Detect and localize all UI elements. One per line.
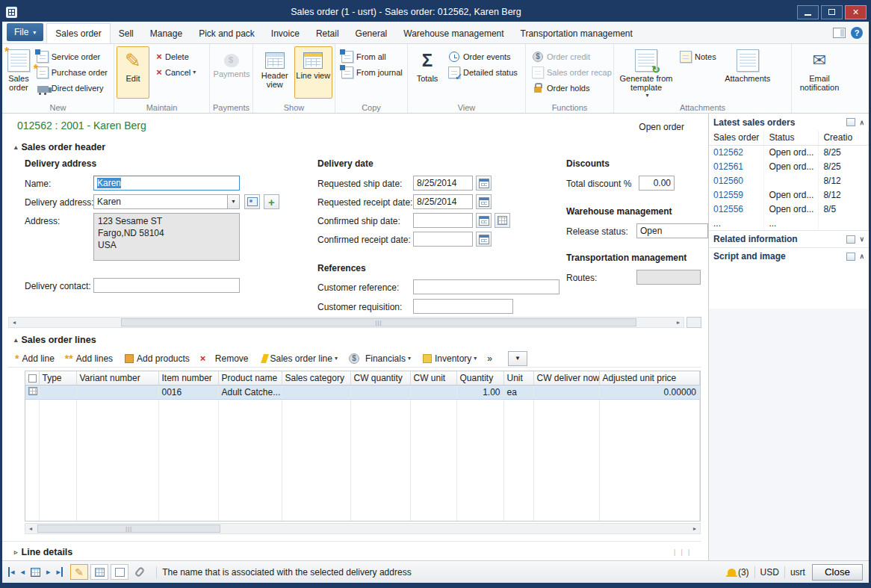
attachments-button[interactable]: Attachments xyxy=(720,46,775,99)
table-row[interactable]: 012556 Open ord... 8/5 xyxy=(709,202,869,216)
grid-cell[interactable] xyxy=(39,385,76,399)
confirm-dates-button[interactable] xyxy=(495,213,510,228)
column-header-type[interactable]: Type xyxy=(39,371,76,385)
confirmed-receipt-date-calendar-button[interactable] xyxy=(476,232,492,247)
tab-sales-order[interactable]: Sales order xyxy=(46,23,110,43)
grid-cell[interactable]: Adult Catche... xyxy=(218,385,282,399)
grid-horizontal-scrollbar[interactable]: ◂ ||| ▸ xyxy=(25,523,701,534)
financials-menu-button[interactable]: $Financials▾ xyxy=(343,350,416,367)
header-view-button[interactable]: Header view xyxy=(255,46,294,99)
email-notification-button[interactable]: ✉ Email notification xyxy=(794,46,845,99)
scroll-left-arrow[interactable]: ◂ xyxy=(9,319,19,326)
grid-cell[interactable] xyxy=(533,399,599,521)
edit-mode-toggle[interactable]: ✎ xyxy=(70,564,88,580)
detailed-status-button[interactable]: Detailed status xyxy=(444,64,521,80)
layout-icon[interactable] xyxy=(833,28,846,38)
grid-cell[interactable]: 1.00 xyxy=(456,385,503,399)
add-address-button[interactable]: + xyxy=(264,194,279,209)
header-horizontal-scrollbar[interactable]: ◂ ||| ▸ xyxy=(8,317,684,328)
scrollbar-thumb[interactable]: ||| xyxy=(121,318,636,327)
latest-sales-orders-header[interactable]: Latest sales orders ∧ xyxy=(709,114,869,131)
column-header-adjusted-unit-price[interactable]: Adjusted unit price xyxy=(599,371,700,385)
cancel-button[interactable]: ×Cancel▾ xyxy=(149,64,199,80)
release-status-input[interactable]: Open xyxy=(636,223,708,238)
sales-order-button[interactable]: Sales order xyxy=(4,46,33,99)
name-input[interactable]: Karen xyxy=(93,176,240,191)
service-order-button[interactable]: Service order xyxy=(33,49,111,64)
table-row[interactable]: 0016 Adult Catche... 1.00 ea 0.00000 xyxy=(25,385,700,399)
requested-receipt-date-input[interactable]: 8/25/2014 xyxy=(413,194,473,209)
total-discount-input[interactable]: 0.00 xyxy=(639,176,675,191)
toolbar-overflow-button[interactable]: » xyxy=(482,350,498,367)
order-holds-button[interactable]: Order holds xyxy=(528,80,616,96)
sales-order-line-menu-button[interactable]: Sales order line▾ xyxy=(254,350,343,367)
grid-cell[interactable] xyxy=(410,385,456,399)
sales-order-header-section-toggle[interactable]: ▴ Sales order header xyxy=(14,142,105,152)
tab-warehouse-management[interactable]: Warehouse management xyxy=(395,23,512,43)
confirmed-ship-date-input[interactable] xyxy=(413,213,473,228)
sales-order-link[interactable]: 012562 xyxy=(709,145,764,159)
scroll-right-arrow[interactable]: ▸ xyxy=(689,525,700,532)
from-journal-button[interactable]: From journal xyxy=(338,64,406,80)
grid-cell[interactable] xyxy=(282,385,350,399)
customer-reference-input[interactable] xyxy=(413,279,560,294)
scroll-left-arrow[interactable]: ◂ xyxy=(25,525,36,532)
script-and-image-header[interactable]: Script and image ∧ xyxy=(709,247,869,264)
requested-ship-date-calendar-button[interactable] xyxy=(476,176,492,191)
scrollbar-thumb[interactable]: ||| xyxy=(37,524,220,533)
grid-cell[interactable] xyxy=(76,399,158,521)
tab-manage[interactable]: Manage xyxy=(142,23,190,43)
add-line-button[interactable]: *Add line xyxy=(10,350,60,367)
add-lines-button[interactable]: **Add lines xyxy=(60,350,118,367)
edit-button[interactable]: ✎ Edit xyxy=(117,46,149,99)
file-menu-button[interactable]: File▾ xyxy=(7,23,43,41)
sales-order-lines-section-toggle[interactable]: ▴ Sales order lines xyxy=(14,335,96,345)
grid-empty-area[interactable] xyxy=(25,399,700,521)
chevron-up-icon[interactable]: ∧ xyxy=(859,253,864,260)
delivery-contact-input[interactable] xyxy=(93,278,240,293)
column-header-item-number[interactable]: Item number xyxy=(158,371,218,385)
tab-sell[interactable]: Sell xyxy=(111,23,142,43)
column-header-unit[interactable]: Unit xyxy=(503,371,533,385)
purchase-order-button[interactable]: Purchase order xyxy=(33,64,111,80)
grid-cell[interactable] xyxy=(456,399,503,521)
address-book-button[interactable] xyxy=(244,194,260,209)
column-header-quantity[interactable]: Quantity xyxy=(456,371,503,385)
grid-cell[interactable] xyxy=(76,385,158,399)
related-information-header[interactable]: Related information ∨ xyxy=(709,230,869,247)
tab-transportation-management[interactable]: Transportation management xyxy=(512,23,641,43)
table-row[interactable]: ... ... xyxy=(709,216,869,230)
direct-delivery-button[interactable]: Direct delivery xyxy=(33,80,111,96)
totals-button[interactable]: Σ Totals xyxy=(410,46,444,99)
column-header-cw-unit[interactable]: CW unit xyxy=(410,371,456,385)
notifications-bell-icon[interactable] xyxy=(728,569,736,575)
table-row[interactable]: 012560 8/12 xyxy=(709,173,869,188)
chevron-down-icon[interactable]: ▼ xyxy=(227,194,240,209)
generate-from-template-button[interactable]: Generate from template ▾ xyxy=(616,46,676,102)
delete-button[interactable]: ×Delete xyxy=(149,49,199,64)
grid-cell[interactable] xyxy=(599,399,700,521)
tab-invoice[interactable]: Invoice xyxy=(263,23,308,43)
minimize-button[interactable] xyxy=(797,5,819,19)
grid-cell[interactable]: 0016 xyxy=(158,385,218,399)
details-view-toggle[interactable] xyxy=(111,564,128,580)
help-icon[interactable]: ? xyxy=(851,27,863,39)
factbox-col-creation[interactable]: Creatio xyxy=(819,131,869,145)
chevron-down-icon[interactable]: ∨ xyxy=(859,235,864,243)
column-header-cw-quantity[interactable]: CW quantity xyxy=(350,371,410,385)
close-form-button[interactable]: Close xyxy=(812,564,863,581)
table-row[interactable]: 012559 Open ord... 8/12 xyxy=(709,188,869,202)
splitter-grip[interactable]: ❘❘❘ xyxy=(672,548,693,556)
sales-order-link[interactable]: 012556 xyxy=(709,202,764,216)
factbox-menu-icon[interactable] xyxy=(846,253,855,261)
grid-cell[interactable]: 0.00000 xyxy=(599,385,700,399)
next-record-button[interactable]: ▸ xyxy=(46,567,51,577)
sales-order-link[interactable]: 012561 xyxy=(709,159,764,173)
first-record-button[interactable]: ◂ xyxy=(8,567,15,577)
grid-cell[interactable] xyxy=(39,399,76,521)
order-events-button[interactable]: Order events xyxy=(444,49,521,64)
grid-cell[interactable] xyxy=(410,399,456,521)
previous-record-button[interactable]: ◂ xyxy=(21,567,25,577)
grid-cell[interactable] xyxy=(503,399,533,521)
line-view-button[interactable]: Line view xyxy=(294,46,333,99)
